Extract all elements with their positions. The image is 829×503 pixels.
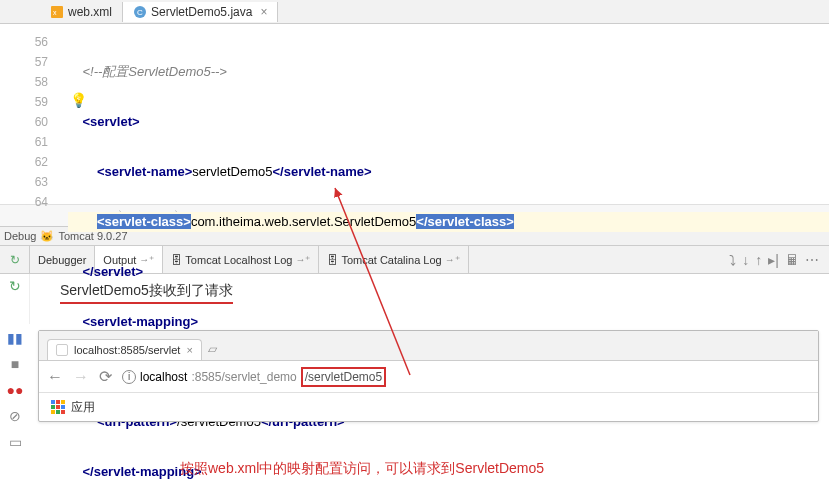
code-editor[interactable]: 56 57 58 59 60 61 62 63 64 💡 <!--配置Servl… — [0, 24, 829, 204]
left-tool-strip: ▮▮ ■ ●● ⊘ ▭ — [0, 330, 30, 450]
back-icon[interactable]: ← — [47, 368, 63, 386]
browser-window: localhost:8585/servlet × ▱ ← → ⟳ i local… — [38, 330, 819, 422]
apps-icon[interactable] — [51, 400, 65, 414]
code-content[interactable]: <!--配置ServletDemo5--> <servlet> <servlet… — [68, 24, 829, 204]
editor-tabs: x web.xml C ServletDemo5.java × — [0, 0, 829, 24]
bookmarks-bar: 应用 — [39, 393, 818, 421]
tab-label: web.xml — [68, 5, 112, 19]
close-icon[interactable]: × — [260, 5, 267, 19]
svg-text:x: x — [53, 9, 57, 16]
url-path-highlight: /servletDemo5 — [301, 367, 386, 387]
reload-icon[interactable]: ⟳ — [99, 367, 112, 386]
tab-servletdemo5[interactable]: C ServletDemo5.java × — [123, 2, 278, 22]
xml-file-icon: x — [50, 5, 64, 19]
close-icon[interactable]: × — [186, 344, 192, 356]
site-info-icon[interactable]: i — [122, 370, 136, 384]
favicon-icon — [56, 344, 68, 356]
tab-webxml[interactable]: x web.xml — [40, 2, 123, 22]
view-breakpoints-icon[interactable]: ●● — [7, 382, 24, 398]
layout-icon[interactable]: ▭ — [9, 434, 22, 450]
browser-tab[interactable]: localhost:8585/servlet × — [47, 339, 202, 360]
rerun-icon[interactable]: ↻ — [10, 253, 20, 267]
browser-toolbar: ← → ⟳ i localhost:8585/servlet_demo/serv… — [39, 361, 818, 393]
svg-text:C: C — [137, 8, 143, 17]
annotation-caption: 按照web.xml中的映射配置访问，可以请求到ServletDemo5 — [180, 460, 544, 478]
pause-icon[interactable]: ▮▮ — [7, 330, 23, 346]
tomcat-icon: 🐱 — [40, 230, 54, 243]
browser-tabstrip: localhost:8585/servlet × ▱ — [39, 331, 818, 361]
mute-breakpoints-icon[interactable]: ⊘ — [9, 408, 21, 424]
apps-label[interactable]: 应用 — [71, 399, 95, 416]
forward-icon[interactable]: → — [73, 368, 89, 386]
lightbulb-icon[interactable]: 💡 — [70, 92, 87, 108]
browser-tab-title: localhost:8585/servlet — [74, 344, 180, 356]
tab-label: ServletDemo5.java — [151, 5, 252, 19]
address-bar[interactable]: i localhost:8585/servlet_demo/servletDem… — [122, 367, 810, 387]
stop-icon[interactable]: ■ — [11, 356, 19, 372]
line-gutter: 56 57 58 59 60 61 62 63 64 💡 — [0, 24, 68, 204]
java-class-icon: C — [133, 5, 147, 19]
resume-icon[interactable]: ↻ — [9, 278, 21, 294]
new-tab-icon[interactable]: ▱ — [202, 338, 223, 360]
debug-label: Debug — [4, 230, 36, 242]
